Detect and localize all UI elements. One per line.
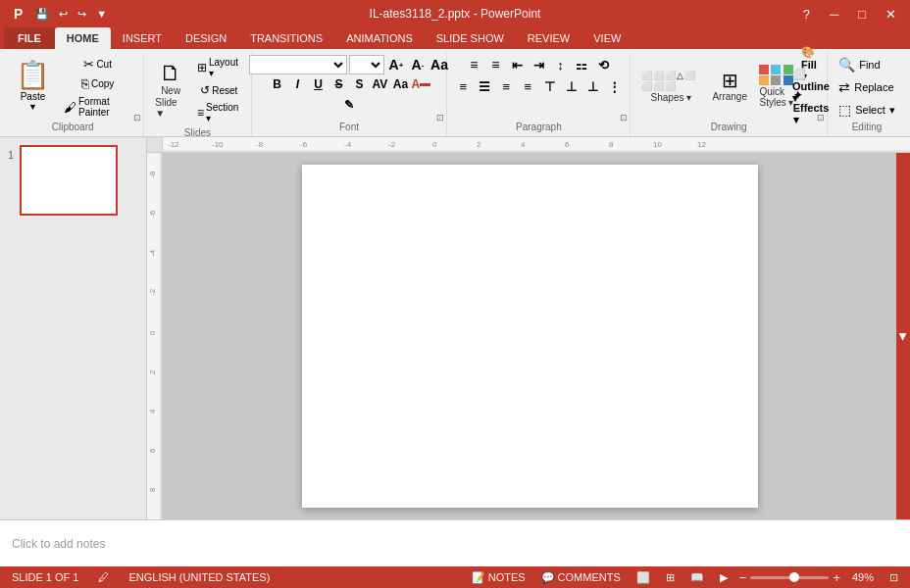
slideshow-icon: ▶: [720, 571, 728, 584]
shapes-button[interactable]: ⬜ ⬜ ⬜ △ ⬜ ⬜ ⬜ ⬜ Shapes ▾: [636, 68, 705, 106]
slide-info-button[interactable]: SLIDE 1 OF 1: [8, 571, 82, 583]
slide-sorter-button[interactable]: ⊞: [662, 571, 679, 584]
section-button[interactable]: ≡ Section ▾: [193, 100, 245, 125]
paste-icon: 📋: [16, 59, 50, 91]
change-case-button[interactable]: Aa: [390, 74, 410, 94]
decrease-font-size-button[interactable]: A-: [408, 55, 428, 74]
zoom-in-icon[interactable]: +: [833, 570, 840, 585]
paste-dropdown[interactable]: ▼: [28, 102, 37, 112]
text-direction-button[interactable]: ⟲: [593, 55, 613, 74]
cut-button[interactable]: ✂ Cut: [60, 55, 135, 74]
numbering-button[interactable]: ≡: [485, 55, 505, 74]
font-expand[interactable]: ⊡: [436, 113, 444, 122]
increase-indent-button[interactable]: ⇥: [529, 55, 548, 74]
zoom-out-icon[interactable]: −: [739, 570, 747, 585]
bullets-button[interactable]: ≡: [464, 55, 483, 74]
replace-button[interactable]: ⇄ Replace: [834, 77, 900, 97]
notes-area[interactable]: Click to add notes: [0, 519, 910, 566]
align-center-button[interactable]: ☰: [475, 76, 494, 96]
normal-view-button[interactable]: ⬜: [632, 571, 654, 584]
columns-button[interactable]: ⚏: [572, 55, 591, 74]
line-spacing-button[interactable]: ↕: [550, 55, 570, 74]
strikethrough-button[interactable]: S: [329, 74, 348, 94]
zoom-thumb[interactable]: [789, 572, 799, 582]
justify-button[interactable]: ≡: [518, 76, 537, 96]
layout-label: Layout ▾: [209, 57, 241, 78]
select-dropdown-arrow[interactable]: ▾: [889, 104, 895, 117]
tab-insert[interactable]: INSERT: [111, 27, 174, 49]
maximize-button[interactable]: □: [852, 5, 872, 24]
align-top-button[interactable]: ⊤: [539, 76, 559, 96]
font-size-select[interactable]: [349, 55, 384, 74]
tab-design[interactable]: DESIGN: [174, 27, 238, 49]
text-shadow-button[interactable]: S: [349, 74, 369, 94]
paragraph-expand[interactable]: ⊡: [620, 113, 628, 122]
tab-slideshow[interactable]: SLIDE SHOW: [425, 27, 516, 49]
underline-button[interactable]: U: [308, 74, 328, 94]
tab-animations[interactable]: ANIMATIONS: [334, 27, 425, 49]
fit-slide-button[interactable]: ⊡: [885, 571, 902, 584]
style1: [759, 65, 769, 74]
decrease-indent-button[interactable]: ⇤: [507, 55, 527, 74]
new-slide-button[interactable]: 🗋 New Slide ▼: [150, 60, 191, 122]
italic-button[interactable]: I: [287, 74, 307, 94]
arrange-button[interactable]: ⊞ Arrange: [707, 68, 752, 105]
tab-home[interactable]: HOME: [55, 27, 111, 49]
layout-button[interactable]: ⊞ Layout ▾: [193, 55, 245, 80]
slide-thumbnail[interactable]: [20, 145, 118, 216]
notes-button[interactable]: 📝 NOTES: [468, 571, 530, 584]
select-button[interactable]: ⬚ Select ▾: [834, 100, 900, 120]
tab-file[interactable]: FILE: [4, 27, 55, 49]
find-button[interactable]: 🔍 Find: [834, 55, 900, 74]
reading-view-button[interactable]: 📖: [686, 571, 708, 584]
font-name-select[interactable]: [249, 55, 347, 74]
tab-transitions[interactable]: TRANSITIONS: [238, 27, 334, 49]
minimize-button[interactable]: ─: [824, 5, 844, 24]
ribbon: 📋 Paste ▼ ✂ Cut ⎘ Copy 🖌 Format Painter …: [0, 49, 910, 137]
right-collapse-tab[interactable]: ▶: [896, 153, 910, 519]
align-bottom-button[interactable]: ⊥: [582, 76, 602, 96]
comments-button[interactable]: 💬 COMMENTS: [537, 571, 625, 584]
svg-text:4: 4: [148, 409, 157, 414]
undo-button[interactable]: ↩: [56, 6, 71, 23]
align-right-button[interactable]: ≡: [496, 76, 516, 96]
zoom-track[interactable]: [750, 576, 829, 579]
font-color-button[interactable]: A: [411, 74, 430, 94]
zoom-percent-text: 49%: [852, 571, 874, 583]
zoom-percent-button[interactable]: 49%: [848, 571, 878, 583]
arrange-icon: ⊞: [722, 71, 738, 90]
slides-panel: 1: [0, 137, 147, 519]
align-middle-button[interactable]: ⊥: [561, 76, 581, 96]
clear-formatting-button[interactable]: Aa: [430, 55, 449, 74]
shape8: ⬜: [665, 81, 676, 91]
smart-art-button[interactable]: ⋮: [604, 76, 624, 96]
reset-button[interactable]: ↺ Reset: [193, 81, 245, 99]
clipboard-expand[interactable]: ⊡: [133, 113, 141, 122]
tab-review[interactable]: REVIEW: [516, 27, 581, 49]
redo-button[interactable]: ↪: [75, 6, 89, 23]
canvas-area: -12 -10 -8 -6 -4 -2 0 2 4 6 8 10 12: [147, 137, 910, 519]
bold-button[interactable]: B: [267, 74, 286, 94]
quick-access-dropdown[interactable]: ▼: [93, 6, 110, 22]
save-button[interactable]: 💾: [32, 6, 52, 23]
help-button[interactable]: ?: [797, 5, 816, 24]
close-button[interactable]: ✕: [880, 5, 902, 24]
drawing-expand[interactable]: ⊡: [817, 113, 825, 122]
paste-button[interactable]: 📋 Paste ▼: [10, 55, 56, 120]
copy-button[interactable]: ⎘ Copy: [60, 74, 135, 93]
character-spacing-button[interactable]: AV: [370, 74, 389, 94]
slideshow-button[interactable]: ▶: [716, 571, 732, 584]
format-painter-button[interactable]: 🖌 Format Painter: [60, 94, 135, 120]
slide-canvas[interactable]: [163, 153, 896, 519]
zoom-slider[interactable]: − +: [739, 570, 840, 585]
shape6: ⬜: [641, 81, 652, 91]
language-button[interactable]: ENGLISH (UNITED STATES): [125, 571, 274, 583]
tab-view[interactable]: VIEW: [581, 27, 632, 49]
status-right: 📝 NOTES 💬 COMMENTS ⬜ ⊞ 📖 ▶ − + 49%: [468, 570, 902, 585]
find-icon: 🔍: [838, 57, 855, 73]
slide-content[interactable]: [302, 165, 758, 508]
increase-font-size-button[interactable]: A+: [386, 55, 406, 74]
align-left-button[interactable]: ≡: [453, 76, 473, 96]
text-highlight-button[interactable]: ✎: [339, 95, 359, 115]
accessibility-button[interactable]: 🖊: [94, 571, 113, 583]
